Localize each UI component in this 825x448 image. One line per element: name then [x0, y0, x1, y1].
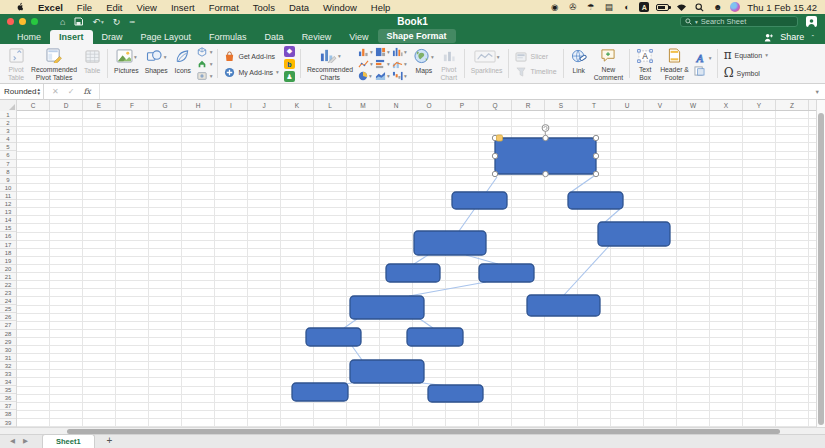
vertical-scrollbar-thumb[interactable]	[818, 113, 824, 425]
worksheet-grid[interactable]: CDEFGHIJKLMNOPQRSTUVWXYZ 123456789101112…	[0, 100, 825, 427]
spotlight-icon[interactable]	[694, 2, 705, 13]
row-header-30[interactable]: 30	[0, 346, 16, 354]
visio-app-icon[interactable]: ◆	[284, 46, 295, 57]
symbol-button[interactable]: Ω Symbol	[724, 66, 768, 80]
wordart-button[interactable]: A ▾	[694, 53, 712, 64]
user-switch-icon[interactable]: ☻	[712, 2, 723, 13]
tab-page-layout[interactable]: Page Layout	[132, 30, 201, 44]
column-header-Z[interactable]: Z	[776, 100, 809, 110]
column-header-M[interactable]: M	[347, 100, 380, 110]
tab-data[interactable]: Data	[256, 30, 293, 44]
battery-icon[interactable]	[656, 4, 669, 11]
menu-item-edit[interactable]: Edit	[99, 2, 129, 13]
tab-home[interactable]: Home	[8, 30, 50, 44]
timeline-button[interactable]: Timeline	[515, 67, 556, 77]
select-all-corner[interactable]	[0, 100, 17, 111]
row-header-37[interactable]: 37	[0, 402, 16, 410]
column-header-F[interactable]: F	[116, 100, 149, 110]
horizontal-scrollbar-thumb[interactable]	[67, 429, 780, 434]
input-source-A-icon[interactable]: A	[639, 2, 649, 12]
get-add-ins-button[interactable]: Get Add-ins	[224, 51, 278, 62]
row-header-22[interactable]: 22	[0, 281, 16, 289]
row-header-9[interactable]: 9	[0, 176, 16, 184]
column-header-G[interactable]: G	[149, 100, 182, 110]
combo-chart-button[interactable]: ▾	[392, 58, 409, 70]
tab-insert[interactable]: Insert	[50, 30, 93, 44]
my-add-ins-button[interactable]: My Add-ins ▾	[224, 67, 278, 78]
menu-item-view[interactable]: View	[130, 2, 164, 13]
column-header-P[interactable]: P	[446, 100, 479, 110]
menu-bar-clock[interactable]: Thu 1 Feb 15.42	[747, 2, 817, 13]
umbrella-icon[interactable]: ☂	[585, 2, 596, 13]
icons-button[interactable]: Icons	[171, 46, 195, 82]
column-header-I[interactable]: I	[215, 100, 248, 110]
row-header-17[interactable]: 17	[0, 241, 16, 249]
column-header-C[interactable]: C	[17, 100, 50, 110]
close-window-button[interactable]	[7, 18, 14, 25]
row-header-3[interactable]: 3	[0, 127, 16, 135]
collapse-ribbon-icon[interactable]: ⌃	[810, 34, 815, 40]
share-button[interactable]: Share ⌃	[764, 32, 825, 44]
row-header-11[interactable]: 11	[0, 192, 16, 200]
tab-draw[interactable]: Draw	[93, 30, 132, 44]
row-header-20[interactable]: 20	[0, 265, 16, 273]
row-header-4[interactable]: 4	[0, 135, 16, 143]
pie-chart-button[interactable]: ▾	[358, 70, 375, 82]
row-header-32[interactable]: 32	[0, 362, 16, 370]
row-header-1[interactable]: 1	[0, 111, 16, 119]
play-icon[interactable]: ◐	[621, 2, 632, 13]
smartart-button[interactable]: ▾	[197, 59, 213, 69]
more-icon[interactable]: ≔	[129, 18, 135, 25]
area-chart-button[interactable]: ▾	[375, 70, 392, 82]
table-button[interactable]: Table	[80, 46, 104, 82]
text-box-button[interactable]: A Text Box	[633, 46, 657, 82]
equation-button[interactable]: π Equation ▾	[724, 48, 768, 62]
header-footer-button[interactable]: Header & Footer	[657, 46, 692, 82]
horizontal-scrollbar[interactable]	[0, 427, 825, 435]
vertical-scrollbar[interactable]	[816, 100, 825, 427]
pivot-table-button[interactable]: Pivot Table	[4, 46, 28, 82]
signature-line-button[interactable]	[694, 66, 712, 76]
3d-models-button[interactable]: ▾	[197, 47, 213, 57]
row-header-26[interactable]: 26	[0, 313, 16, 321]
column-header-J[interactable]: J	[248, 100, 281, 110]
row-header-7[interactable]: 7	[0, 160, 16, 168]
link-button[interactable]: Link	[567, 46, 591, 82]
redo-icon[interactable]: ↻	[113, 17, 121, 27]
row-header-24[interactable]: 24	[0, 297, 16, 305]
bing-app-icon[interactable]: b	[284, 59, 295, 70]
column-chart-button[interactable]: ▾	[358, 46, 375, 58]
row-header-21[interactable]: 21	[0, 273, 16, 281]
insert-function-icon[interactable]: fx	[83, 87, 90, 96]
maps-button[interactable]: ▾ Maps	[411, 46, 437, 82]
column-header-L[interactable]: L	[314, 100, 347, 110]
recommended-pivot-tables-button[interactable]: Recommended Pivot Tables	[28, 46, 80, 82]
cancel-entry-icon[interactable]: ✕	[52, 87, 59, 96]
row-header-34[interactable]: 34	[0, 378, 16, 386]
scatter-chart-button[interactable]: ▾	[358, 58, 375, 70]
tab-shape-format[interactable]: Shape Format	[378, 29, 456, 43]
people-graph-app-icon[interactable]: ♟	[284, 71, 295, 82]
column-header-K[interactable]: K	[281, 100, 314, 110]
next-sheet-icon[interactable]: ▶	[23, 437, 28, 445]
column-header-E[interactable]: E	[83, 100, 116, 110]
column-header-U[interactable]: U	[611, 100, 644, 110]
column-header-Y[interactable]: Y	[743, 100, 776, 110]
wifi-icon[interactable]	[676, 2, 687, 13]
column-header-T[interactable]: T	[578, 100, 611, 110]
menu-item-insert[interactable]: Insert	[164, 2, 202, 13]
grid-cells[interactable]	[17, 111, 825, 427]
row-header-25[interactable]: 25	[0, 305, 16, 313]
waterfall-chart-button[interactable]: ▾	[392, 70, 409, 82]
name-box-stepper[interactable]: ▲▼	[37, 88, 43, 96]
minimize-window-button[interactable]	[19, 18, 26, 25]
column-header-X[interactable]: X	[710, 100, 743, 110]
row-header-27[interactable]: 27	[0, 321, 16, 329]
row-header-8[interactable]: 8	[0, 168, 16, 176]
new-comment-button[interactable]: New Comment	[591, 46, 626, 82]
menu-item-file[interactable]: File	[70, 2, 99, 13]
screenshot-button[interactable]: ▾	[197, 71, 213, 81]
column-header-S[interactable]: S	[545, 100, 578, 110]
add-sheet-button[interactable]: +	[95, 436, 113, 448]
record-icon[interactable]: ◉	[549, 2, 560, 13]
